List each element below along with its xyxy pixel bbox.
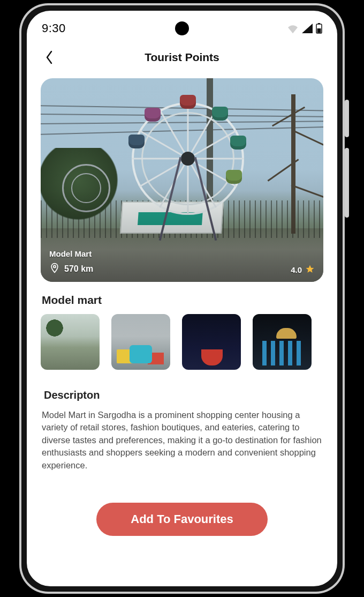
back-button[interactable] bbox=[40, 48, 59, 67]
gallery-thumbnail[interactable] bbox=[111, 314, 170, 370]
app-header: Tourist Points bbox=[27, 43, 337, 72]
page-title: Tourist Points bbox=[145, 51, 219, 64]
gallery-row bbox=[41, 314, 323, 370]
gallery-thumbnail[interactable] bbox=[182, 314, 241, 370]
location-pin-icon bbox=[49, 263, 60, 275]
gallery-title: Model mart bbox=[42, 294, 322, 307]
wifi-icon bbox=[287, 24, 299, 33]
gallery-thumbnail[interactable] bbox=[41, 314, 100, 370]
gallery-thumbnail[interactable] bbox=[253, 314, 312, 370]
description-body: Model Mart in Sargodha is a prominent sh… bbox=[41, 409, 323, 472]
svg-rect-2 bbox=[317, 28, 321, 33]
screen: 9:30 Tourist Points bbox=[27, 11, 337, 586]
battery-icon bbox=[316, 23, 322, 34]
content-area: Model Mart 570 km 4.0 bbox=[27, 72, 337, 536]
hero-image[interactable]: Model Mart 570 km 4.0 bbox=[41, 78, 323, 282]
svg-point-3 bbox=[54, 265, 56, 267]
description-heading: Descripton bbox=[44, 389, 320, 401]
hero-rating-value: 4.0 bbox=[291, 265, 302, 274]
add-to-favourites-button[interactable]: Add To Favourites bbox=[96, 503, 268, 536]
phone-side-button bbox=[345, 100, 349, 137]
hero-distance: 570 km bbox=[64, 264, 93, 274]
phone-side-button bbox=[345, 148, 349, 218]
star-icon bbox=[305, 264, 315, 275]
hero-place-name: Model Mart bbox=[49, 249, 93, 258]
camera-cutout bbox=[175, 21, 189, 35]
phone-frame: 9:30 Tourist Points bbox=[19, 3, 345, 594]
status-time: 9:30 bbox=[42, 21, 66, 35]
signal-icon bbox=[302, 24, 313, 33]
